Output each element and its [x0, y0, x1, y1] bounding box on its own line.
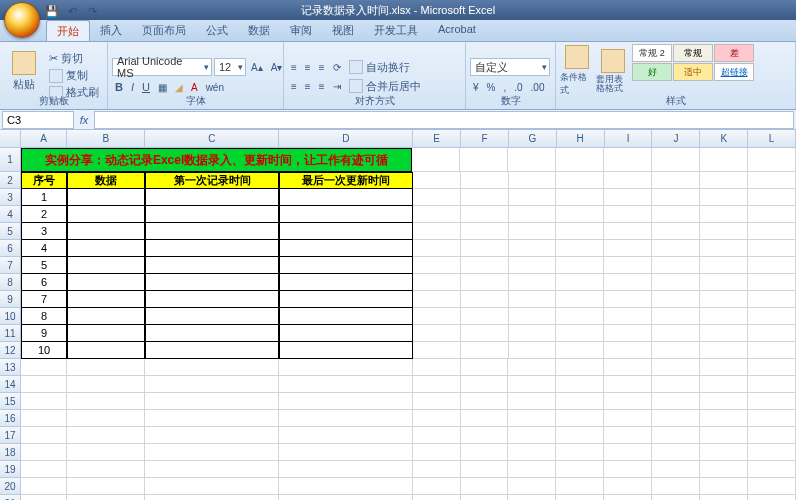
tab-3[interactable]: 公式	[196, 20, 238, 41]
cell[interactable]	[67, 240, 145, 257]
cell[interactable]	[461, 325, 509, 342]
cell[interactable]	[413, 461, 461, 478]
cell[interactable]: 5	[21, 257, 67, 274]
cell[interactable]: 6	[21, 274, 67, 291]
indent-button[interactable]: ⇥	[330, 78, 344, 94]
cell[interactable]	[700, 206, 748, 223]
cell[interactable]	[461, 427, 509, 444]
cell[interactable]	[145, 410, 279, 427]
tab-5[interactable]: 审阅	[280, 20, 322, 41]
currency-button[interactable]: ¥	[470, 79, 482, 95]
cell[interactable]	[748, 148, 796, 172]
col-header[interactable]: E	[413, 130, 461, 148]
save-icon[interactable]: 💾	[44, 3, 60, 19]
cell[interactable]	[748, 478, 796, 495]
cell[interactable]	[67, 427, 145, 444]
cell[interactable]	[67, 206, 145, 223]
cell[interactable]	[748, 444, 796, 461]
cell[interactable]	[652, 376, 700, 393]
col-header[interactable]: A	[21, 130, 67, 148]
cell[interactable]	[461, 461, 509, 478]
cell[interactable]	[508, 478, 556, 495]
cell[interactable]	[413, 223, 461, 240]
cell[interactable]: 3	[21, 223, 67, 240]
cell[interactable]	[748, 393, 796, 410]
row-header[interactable]: 13	[0, 359, 21, 376]
cell[interactable]	[604, 240, 652, 257]
cell[interactable]	[145, 342, 279, 359]
cell[interactable]: 2	[21, 206, 67, 223]
style-normal2[interactable]: 常规 2	[632, 44, 672, 62]
cell[interactable]	[413, 359, 461, 376]
copy-button[interactable]: 复制	[46, 68, 102, 84]
cell[interactable]	[145, 206, 279, 223]
worksheet[interactable]: ABCDEFGHIJKL1实例分享：动态记录Excel数据录入、更新时间，让工作…	[0, 130, 796, 500]
style-hyperlink[interactable]: 超链接	[714, 63, 754, 81]
style-good[interactable]: 好	[632, 63, 672, 81]
cell[interactable]	[279, 393, 413, 410]
cell[interactable]	[700, 223, 748, 240]
cell[interactable]	[145, 274, 279, 291]
cell[interactable]	[413, 427, 461, 444]
cell[interactable]	[556, 291, 604, 308]
cell[interactable]	[700, 172, 748, 189]
cell[interactable]	[67, 461, 145, 478]
cell[interactable]	[652, 325, 700, 342]
underline-button[interactable]: U	[139, 79, 153, 95]
cell[interactable]	[652, 461, 700, 478]
format-table-button[interactable]: 套用表格格式	[596, 44, 630, 98]
cell[interactable]	[461, 478, 509, 495]
cell[interactable]	[652, 274, 700, 291]
cell[interactable]	[461, 257, 509, 274]
cell[interactable]	[461, 342, 509, 359]
cell[interactable]	[748, 291, 796, 308]
cell[interactable]	[509, 240, 557, 257]
cell[interactable]	[748, 410, 796, 427]
cell[interactable]	[652, 308, 700, 325]
cell[interactable]	[145, 223, 279, 240]
cell[interactable]	[279, 359, 413, 376]
cell[interactable]	[604, 257, 652, 274]
cell[interactable]	[413, 172, 461, 189]
cell[interactable]	[509, 308, 557, 325]
cell[interactable]	[556, 461, 604, 478]
cell[interactable]	[556, 308, 604, 325]
cell[interactable]	[700, 342, 748, 359]
cell[interactable]	[67, 393, 145, 410]
row-header[interactable]: 4	[0, 206, 21, 223]
cell[interactable]	[604, 393, 652, 410]
cell[interactable]	[748, 206, 796, 223]
cell[interactable]	[67, 478, 145, 495]
percent-button[interactable]: %	[484, 79, 499, 95]
cell[interactable]	[413, 410, 461, 427]
cell[interactable]: 实例分享：动态记录Excel数据录入、更新时间，让工作有迹可循	[21, 148, 412, 172]
row-header[interactable]: 15	[0, 393, 21, 410]
cell[interactable]	[509, 189, 557, 206]
cell[interactable]	[413, 342, 461, 359]
cell[interactable]	[700, 148, 748, 172]
cell[interactable]	[556, 257, 604, 274]
cell[interactable]	[413, 495, 461, 500]
cell[interactable]	[604, 223, 652, 240]
cell[interactable]	[279, 274, 413, 291]
cell[interactable]	[652, 478, 700, 495]
cell[interactable]	[556, 172, 604, 189]
cell[interactable]	[556, 444, 604, 461]
col-header[interactable]: K	[700, 130, 748, 148]
row-header[interactable]: 11	[0, 325, 21, 342]
cell[interactable]	[604, 206, 652, 223]
cell[interactable]	[145, 478, 279, 495]
cell[interactable]	[67, 189, 145, 206]
cell[interactable]	[413, 257, 461, 274]
office-button[interactable]	[4, 2, 40, 38]
cell[interactable]	[508, 359, 556, 376]
cell[interactable]	[413, 308, 461, 325]
cell[interactable]	[145, 427, 279, 444]
row-header[interactable]: 17	[0, 427, 21, 444]
cell[interactable]	[556, 189, 604, 206]
cell[interactable]	[67, 291, 145, 308]
col-header[interactable]: F	[461, 130, 509, 148]
cell[interactable]	[509, 257, 557, 274]
col-header[interactable]: J	[652, 130, 700, 148]
cell[interactable]	[145, 308, 279, 325]
